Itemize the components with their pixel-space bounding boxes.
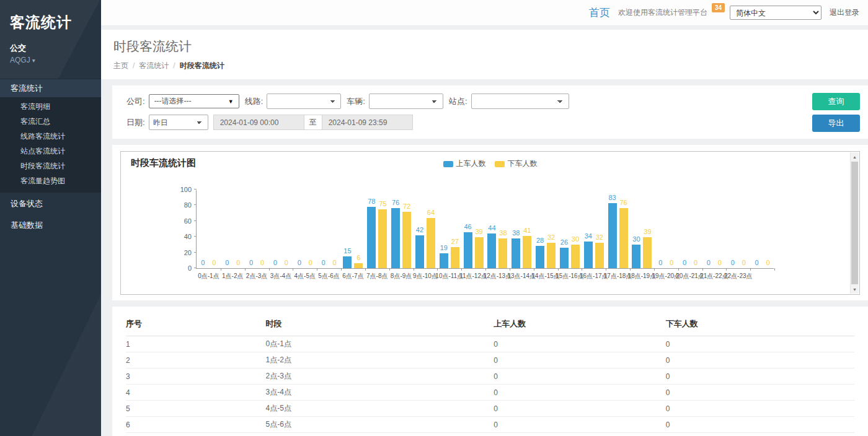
table-row: 10点-1点00 xyxy=(126,336,854,352)
company-select[interactable]: ---请选择--- ▼ xyxy=(149,94,239,108)
sidebar-subitem[interactable]: 站点客流统计 xyxy=(0,144,101,159)
table-cell: 0 xyxy=(494,385,665,401)
x-axis-tick-mark xyxy=(534,268,534,271)
sidebar-submenu: 客流明细客流汇总线路客流统计站点客流统计时段客流统计客流量趋势图 xyxy=(0,97,101,193)
y-axis-tick-mark xyxy=(194,220,197,221)
filter-row-2: 日期: 昨日 2024-01-09 00:00 至 2024-01-09 23:… xyxy=(121,115,859,130)
breadcrumb-item: 时段客流统计 xyxy=(180,61,224,70)
legend-swatch-icon xyxy=(495,161,505,167)
bar-boarding xyxy=(512,238,520,268)
x-axis-tick-mark xyxy=(774,268,775,271)
table-cell: 0 xyxy=(666,417,854,433)
x-axis-tick-mark xyxy=(293,268,293,271)
table-row: 32点-3点00 xyxy=(126,368,854,385)
breadcrumb-separator: / xyxy=(173,61,175,70)
chart-legend: 上车人数下车人数 xyxy=(121,159,859,169)
bar-boarding xyxy=(584,242,593,268)
triangle-down-icon: ▼ xyxy=(228,98,234,105)
date-label: 日期: xyxy=(126,117,145,128)
scrollbar-thumb[interactable] xyxy=(851,162,858,284)
org-code-label: AQGJ xyxy=(10,56,30,64)
table-row: 43点-4点00 xyxy=(126,385,854,401)
sidebar-subitem[interactable]: 客流汇总 xyxy=(0,114,101,129)
table-cell: 4 xyxy=(126,385,266,401)
bar-boarding xyxy=(560,248,569,268)
table-cell: 7 xyxy=(126,433,266,436)
nav-home-link[interactable]: 首页 xyxy=(589,6,610,20)
org-code-dropdown[interactable]: AQGJ▾ xyxy=(0,54,101,64)
table-cell: 0点-1点 xyxy=(266,336,494,352)
date-to-input[interactable]: 2024-01-09 23:59 xyxy=(322,115,413,130)
topbar: 首页 欢迎使用客流统计管理平台 34 简体中文 退出登录 xyxy=(101,0,868,26)
y-axis-tick-label: 20 xyxy=(170,249,192,256)
bar-alighting xyxy=(571,245,580,268)
x-axis-tick-mark xyxy=(461,268,462,271)
chart-scrollbar[interactable]: ▲ ▼ xyxy=(850,152,859,294)
station-select[interactable] xyxy=(471,94,569,109)
table-header-cell: 下车人数 xyxy=(666,313,854,336)
main-area: 首页 欢迎使用客流统计管理平台 34 简体中文 退出登录 时段客流统计 主页/客… xyxy=(101,0,868,436)
logout-link[interactable]: 退出登录 xyxy=(830,7,859,18)
legend-label: 上车人数 xyxy=(456,159,486,169)
date-preset-select[interactable]: 昨日 xyxy=(149,115,208,130)
bar-boarding xyxy=(487,233,496,268)
x-axis-tick-mark xyxy=(726,268,727,271)
data-table: 序号时段上车人数下车人数 10点-1点0021点-2点0032点-3点0043点… xyxy=(126,313,854,436)
legend-item[interactable]: 下车人数 xyxy=(495,159,538,169)
sidebar-subitem[interactable]: 客流量趋势图 xyxy=(0,173,101,188)
table-cell: 2 xyxy=(126,352,266,368)
table-header-cell: 时段 xyxy=(266,313,494,336)
language-select[interactable]: 简体中文 xyxy=(730,6,822,20)
page-header: 时段客流统计 主页/客流统计/时段客流统计 xyxy=(101,30,868,79)
table-cell: 5点-6点 xyxy=(266,417,494,433)
x-axis-tick-mark xyxy=(606,268,606,271)
bar-alighting xyxy=(547,243,556,268)
notification-badge[interactable]: 34 xyxy=(712,3,725,12)
sidebar-subitem[interactable]: 时段客流统计 xyxy=(0,159,101,173)
app-brand: 客流统计 xyxy=(0,0,101,32)
line-select[interactable] xyxy=(267,94,341,109)
sidebar-subitem[interactable]: 线路客流统计 xyxy=(0,129,101,144)
legend-label: 下车人数 xyxy=(508,159,538,169)
bar-alighting xyxy=(498,238,507,268)
legend-item[interactable]: 上车人数 xyxy=(443,159,486,169)
sidebar-item[interactable]: 客流统计 xyxy=(0,79,101,97)
query-button[interactable]: 查询 xyxy=(812,93,860,110)
table-cell: 6 xyxy=(126,417,266,433)
table-cell: 0 xyxy=(494,368,665,385)
chart-panel: 时段车流统计图 上车人数下车人数 020406080100000点-1点001点… xyxy=(112,145,868,300)
bar-value-label: 39 xyxy=(638,228,657,235)
breadcrumb-item[interactable]: 客流统计 xyxy=(139,61,169,70)
export-button[interactable]: 导出 xyxy=(812,115,860,132)
scroll-down-icon[interactable]: ▼ xyxy=(851,285,859,294)
company-label: 公司: xyxy=(126,96,145,107)
bar-boarding xyxy=(415,235,424,268)
x-axis-tick-mark xyxy=(702,268,703,271)
table-row: 21点-2点00 xyxy=(126,352,854,368)
line-label: 线路: xyxy=(245,96,264,107)
station-label: 站点: xyxy=(449,96,467,107)
company-select-value: ---请选择--- xyxy=(154,96,192,107)
x-axis-tick-mark xyxy=(365,268,366,271)
sidebar-menu: 客流统计客流明细客流汇总线路客流统计站点客流统计时段客流统计客流量趋势图设备状态… xyxy=(0,79,101,236)
date-from-input[interactable]: 2024-01-09 00:00 xyxy=(213,115,304,130)
sidebar: 客流统计 公交 AQGJ▾ 客流统计客流明细客流汇总线路客流统计站点客流统计时段… xyxy=(0,0,101,436)
scroll-up-icon[interactable]: ▲ xyxy=(851,152,859,161)
bar-value-label: 41 xyxy=(518,227,536,234)
sidebar-item[interactable]: 设备状态 xyxy=(0,193,101,214)
table-cell: 0 xyxy=(666,336,854,352)
date-range-group: 2024-01-09 00:00 至 2024-01-09 23:59 xyxy=(213,115,413,130)
x-axis-tick-mark xyxy=(389,268,390,271)
y-axis-tick-label: 40 xyxy=(170,233,192,240)
sidebar-item[interactable]: 基础数据 xyxy=(0,214,101,236)
vehicle-select[interactable] xyxy=(369,94,443,109)
bar-alighting xyxy=(451,247,459,268)
bar-value-label: 72 xyxy=(397,203,416,210)
vehicle-label: 车辆: xyxy=(347,96,365,107)
y-axis-tick-label: 100 xyxy=(170,186,192,193)
table-body: 10点-1点0021点-2点0032点-3点0043点-4点0054点-5点00… xyxy=(126,336,854,436)
x-axis-tick-mark xyxy=(414,268,414,271)
x-axis-tick-mark xyxy=(630,268,631,271)
breadcrumb-item[interactable]: 主页 xyxy=(113,61,128,70)
sidebar-subitem[interactable]: 客流明细 xyxy=(0,99,101,114)
